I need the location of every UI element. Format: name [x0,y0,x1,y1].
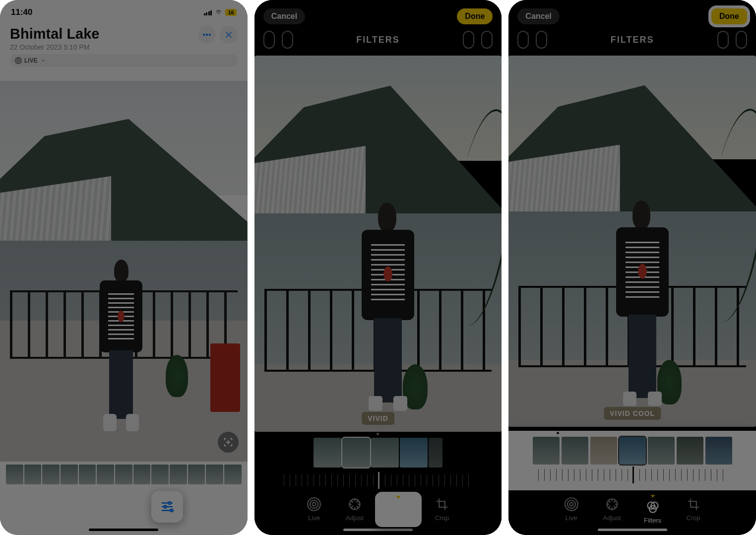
tab-label: Filters [644,517,661,524]
live-badge[interactable]: LIVE [10,54,238,67]
battery-badge: 16 [225,9,236,16]
favorite-button[interactable] [64,495,87,518]
status-bar: 11:40 16 [0,0,248,22]
sliders-icon [160,499,175,514]
more-button[interactable] [736,31,747,49]
filter-thumb[interactable] [590,437,617,465]
svg-point-2 [209,34,210,36]
close-button[interactable] [220,26,238,44]
tab-filters-highlight: Filters [375,492,422,527]
filter-thumb[interactable] [314,438,341,468]
svg-point-22 [739,39,740,40]
photo-preview[interactable] [0,81,248,462]
undo-icon [519,35,528,44]
close-icon [224,30,233,39]
tab-crop[interactable]: Crop [422,497,462,522]
svg-point-11 [484,39,485,40]
svg-point-21 [720,36,727,43]
more-button[interactable] [198,26,216,44]
home-indicator[interactable] [343,529,413,531]
more-button[interactable] [481,31,493,49]
done-button[interactable]: Done [457,8,493,24]
home-indicator[interactable] [598,529,667,531]
filter-strip[interactable] [254,436,502,470]
svg-point-24 [743,39,744,40]
photo-edit-preview[interactable]: VIVID COOL [508,56,756,427]
page-title: Bhimtal Lake [10,26,100,42]
heart-icon [69,500,82,513]
redo-button[interactable] [536,31,547,49]
svg-point-6 [114,501,125,512]
filter-strip[interactable] [513,435,751,467]
tab-adjust[interactable]: Adjust [592,497,632,522]
tab-live[interactable]: Live [294,497,334,522]
undo-icon [264,35,273,44]
tab-crop[interactable]: Crop [673,497,714,522]
svg-point-10 [465,36,472,43]
status-time: 11:40 [11,7,32,17]
tab-filters[interactable]: Filters [632,495,673,524]
edit-button[interactable] [151,491,183,523]
filter-intensity-slider[interactable] [513,467,751,483]
svg-point-3 [17,60,19,62]
ellipsis-icon [483,35,492,44]
filter-thumb-selected[interactable] [342,438,370,468]
undo-button[interactable] [517,31,529,49]
current-filter-chip: VIVID COOL [604,407,661,420]
visual-lookup-button[interactable] [218,432,239,453]
filter-thumb[interactable] [400,438,428,468]
cancel-button[interactable]: Cancel [517,8,559,24]
filter-thumb[interactable] [648,437,675,465]
markup-button[interactable] [717,31,729,49]
svg-point-15 [310,500,318,508]
page-subtitle: 22 October 2023 5:10 PM [10,43,100,51]
undo-button[interactable] [263,31,275,49]
photo-edit-preview[interactable]: VIVID [254,56,502,432]
svg-point-13 [489,39,490,40]
filter-thumb[interactable] [562,437,588,465]
adjust-icon [348,497,362,511]
delete-button[interactable] [203,495,226,518]
share-button[interactable] [21,495,44,518]
filter-thumb[interactable] [705,437,732,465]
markup-button[interactable] [463,31,474,49]
tab-adjust[interactable]: Adjust [334,497,375,522]
info-button[interactable] [108,495,130,518]
filter-thumb-selected[interactable] [619,437,646,465]
tab-live[interactable]: Live [551,497,592,522]
crop-icon [687,497,700,511]
filter-thumb[interactable] [533,437,560,465]
cancel-button[interactable]: Cancel [263,8,305,24]
filter-intensity-slider[interactable] [254,470,502,490]
trash-icon [208,500,221,513]
markup-icon [464,35,473,44]
share-icon [26,500,39,513]
done-label: Done [465,12,485,21]
svg-point-1 [206,34,207,36]
ellipsis-icon [737,35,746,44]
photo-thumbstrip[interactable] [0,462,248,487]
redo-button[interactable] [282,31,293,49]
svg-point-4 [16,59,20,63]
tab-filters[interactable]: Filters [378,496,419,525]
tab-label: Crop [687,514,700,522]
chevron-down-icon [40,58,46,64]
home-indicator[interactable] [89,529,158,531]
svg-point-25 [569,502,573,506]
markup-icon [719,35,728,44]
crop-icon [435,497,449,511]
adjust-icon [605,497,619,511]
tab-label: Adjust [603,514,621,522]
filter-thumb[interactable] [677,437,703,465]
tab-label: Crop [435,514,449,522]
done-button[interactable]: Done [711,8,747,24]
filter-thumb[interactable] [429,438,442,468]
svg-point-14 [313,502,316,506]
filter-thumb[interactable] [371,438,399,468]
triangle-indicator-icon [396,496,401,499]
svg-point-23 [741,39,742,40]
tab-label: Live [308,514,320,522]
tab-label: Filters [389,518,407,525]
triangle-indicator-icon [650,495,655,498]
tab-label: Adjust [346,514,364,522]
